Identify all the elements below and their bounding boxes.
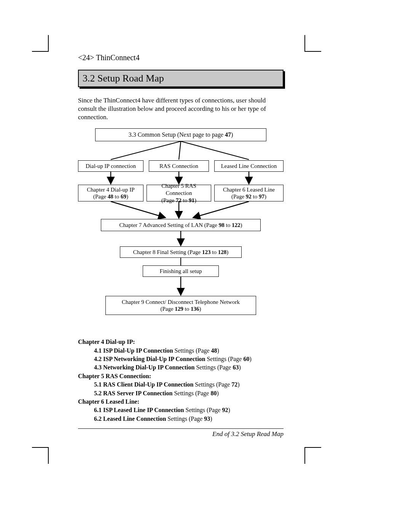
toc-4-3: 4.3 Networking Dial-Up IP Connection Set… (94, 363, 284, 372)
toc-6-1: 6.1 ISP Leased Line IP Connection Settin… (94, 406, 284, 414)
crop-mark (304, 447, 321, 464)
node-leased-label: Leased Line Connection (214, 160, 284, 172)
toc-ch5: Chapter 5 RAS Connection: (78, 372, 284, 380)
page-content: <24> ThinConnect4 3.2 Setup Road Map Sin… (78, 53, 284, 438)
toc-6-2: 6.2 Leased Line Connection Settings (Pag… (94, 415, 284, 423)
crop-mark (304, 35, 321, 52)
node-chapter-5: Chapter 5 RAS Connection (Page 72 to 91) (147, 185, 211, 201)
toc-list: Chapter 4 Dial-up IP: 4.1 ISP Dial-Up IP… (78, 338, 284, 423)
node-common-setup: 3.3 Common Setup (Next page to page 47) (95, 128, 266, 141)
section-heading: 3.2 Setup Road Map (78, 70, 284, 87)
page-number: <24> (78, 53, 94, 62)
node-finishing: Finishing all setup (143, 265, 219, 277)
node-ras-label: RAS Connection (149, 160, 209, 172)
svg-line-2 (181, 141, 249, 160)
toc-5-1: 5.1 RAS Client Dial-Up IP Connection Set… (94, 380, 284, 389)
toc-4-2: 4.2 ISP Networking Dial-Up IP Connection… (94, 355, 284, 363)
section-number: 3.2 (83, 73, 95, 84)
node-chapter-9: Chapter 9 Connect/ Disconnect Telephone … (105, 296, 256, 315)
toc-5-2: 5.2 RAS Server IP Connection Settings (P… (94, 389, 284, 398)
toc-ch4: Chapter 4 Dial-up IP: (78, 338, 284, 346)
svg-line-0 (111, 141, 181, 160)
intro-paragraph: Since the ThinConnect4 have different ty… (78, 96, 284, 121)
node-chapter-6: Chapter 6 Leased Line (Page 92 to 97) (214, 185, 284, 201)
flow-diagram: 3.3 Common Setup (Next page to page 47) … (78, 128, 284, 334)
node-chapter-4: Chapter 4 Dial-up IP (Page 48 to 69) (78, 185, 143, 201)
toc-ch6: Chapter 6 Leased Line: (78, 398, 284, 406)
svg-line-6 (111, 201, 165, 217)
running-head: <24> ThinConnect4 (78, 53, 284, 62)
crop-mark (32, 35, 49, 52)
product-name: ThinConnect4 (96, 53, 139, 62)
section-title-text: Setup Road Map (97, 73, 164, 84)
node-chapter-8: Chapter 8 Final Setting (Page 123 to 128… (120, 246, 242, 258)
node-chapter-7: Chapter 7 Advanced Setting of LAN (Page … (101, 219, 261, 231)
svg-line-8 (194, 201, 249, 217)
crop-mark (32, 447, 49, 464)
node-dialup-label: Dial-up IP connection (78, 160, 143, 172)
end-of-section: End of 3.2 Setup Read Map (78, 428, 284, 438)
svg-line-1 (179, 141, 181, 160)
toc-4-1: 4.1 ISP Dial-Up IP Connection Settings (… (94, 347, 284, 355)
